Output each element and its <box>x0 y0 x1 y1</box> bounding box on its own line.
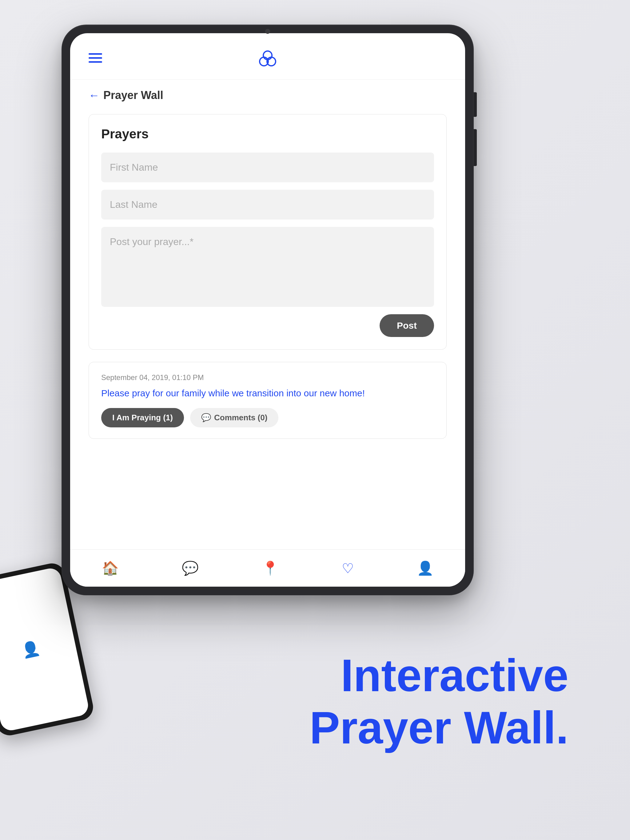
nav-item-location[interactable]: 📍 <box>256 557 285 579</box>
nav-item-heart[interactable]: ♡ <box>336 557 360 579</box>
prayers-title: Prayers <box>101 127 434 141</box>
hamburger-line-3 <box>89 61 102 63</box>
prayers-card: Prayers Post <box>89 114 446 350</box>
hamburger-line-1 <box>89 53 102 55</box>
back-nav[interactable]: ← Prayer Wall <box>70 80 465 108</box>
app-content: Prayers Post September 04, 2019, 01:10 P… <box>70 108 465 549</box>
tagline-line1: Interactive <box>309 649 568 702</box>
home-icon: 🏠 <box>102 560 119 576</box>
prayer-textarea[interactable] <box>101 227 434 307</box>
tablet-wrapper: ← Prayer Wall Prayers Post Septe <box>62 25 581 595</box>
prayer-timestamp: September 04, 2019, 01:10 PM <box>101 373 434 382</box>
post-btn-row: Post <box>101 314 434 337</box>
app-logo <box>255 46 280 70</box>
prayer-entry: September 04, 2019, 01:10 PM Please pray… <box>89 362 446 439</box>
tagline-line2: Prayer Wall. <box>309 702 568 754</box>
bottom-nav: 🏠 💬 📍 ♡ 👤 <box>70 549 465 587</box>
person-icon: 👤 <box>417 560 434 576</box>
heart-icon: ♡ <box>342 561 354 576</box>
tablet-screen: ← Prayer Wall Prayers Post Septe <box>70 33 465 587</box>
chat-bubble-icon: 💬 <box>201 413 211 422</box>
menu-button[interactable] <box>89 53 102 63</box>
tablet-outer: ← Prayer Wall Prayers Post Septe <box>62 25 474 595</box>
back-label: Prayer Wall <box>103 89 163 102</box>
nav-item-chat[interactable]: 💬 <box>176 557 205 579</box>
app-header <box>70 33 465 80</box>
nav-item-person[interactable]: 👤 <box>411 557 440 579</box>
chat-icon: 💬 <box>182 560 199 576</box>
last-name-input[interactable] <box>101 190 434 219</box>
side-button-bottom <box>474 129 477 166</box>
location-icon: 📍 <box>262 560 279 576</box>
prayer-actions: I Am Praying (1) 💬 Comments (0) <box>101 408 434 427</box>
first-name-input[interactable] <box>101 153 434 182</box>
tagline: Interactive Prayer Wall. <box>309 649 568 754</box>
comments-button[interactable]: 💬 Comments (0) <box>190 408 279 427</box>
i-am-praying-button[interactable]: I Am Praying (1) <box>101 408 184 427</box>
small-device-icon: 👤 <box>20 639 41 660</box>
prayer-text: Please pray for our family while we tran… <box>101 386 434 400</box>
nav-item-home[interactable]: 🏠 <box>96 557 125 579</box>
logo-svg <box>255 46 280 70</box>
back-arrow-icon: ← <box>89 89 100 102</box>
hamburger-line-2 <box>89 57 102 59</box>
post-button[interactable]: Post <box>380 314 434 337</box>
comments-label: Comments (0) <box>214 413 268 422</box>
side-button-top <box>474 92 477 117</box>
